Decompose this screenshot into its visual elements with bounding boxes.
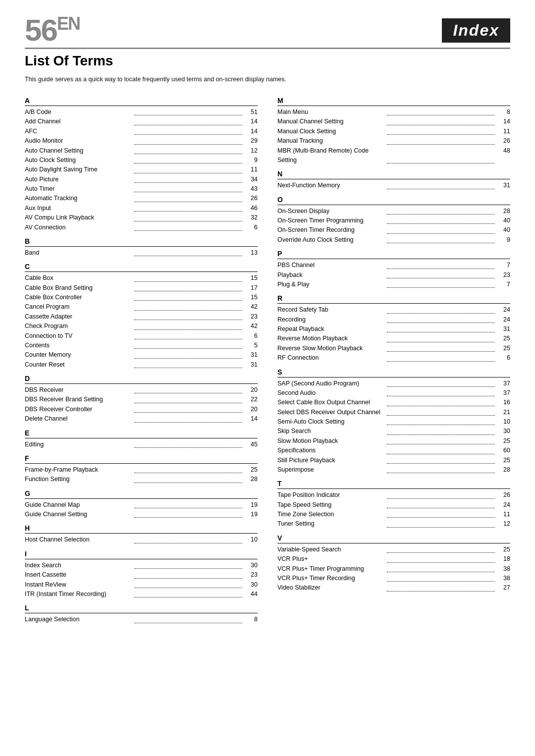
letter-heading: M	[277, 97, 510, 106]
entry-page: 24	[496, 500, 510, 510]
entry-dots	[134, 440, 242, 448]
page-suffix: EN	[57, 13, 80, 34]
entry-label: Host Channel Selection	[25, 535, 133, 544]
entry-label: Connection to TV	[25, 331, 133, 341]
list-item: Insert Cassette23	[25, 570, 258, 580]
entry-page: 51	[244, 108, 258, 117]
entry-label: Function Setting	[25, 475, 133, 484]
letter-heading: T	[277, 480, 510, 489]
list-item: Record Safety Tab24	[277, 305, 510, 315]
entry-label: Tuner Setting	[277, 519, 385, 529]
entry-page: 25	[496, 456, 510, 465]
list-item: A/B Code51	[25, 108, 258, 117]
page-number-digits: 56	[25, 13, 57, 47]
entry-dots	[387, 427, 495, 434]
entry-label: Next-Function Memory	[277, 181, 385, 190]
entry-page: 9	[244, 156, 258, 165]
entry-dots	[134, 405, 242, 413]
entry-dots	[134, 248, 242, 256]
letter-heading: S	[277, 368, 510, 378]
entry-page: 7	[496, 280, 510, 289]
entry-dots	[387, 108, 495, 115]
entry-label: Aux Input	[25, 204, 133, 213]
list-item: Connection to TV6	[25, 331, 258, 341]
entry-page: 20	[244, 405, 258, 414]
entry-dots	[134, 302, 242, 310]
letter-section-l: LLanguage Selection8	[25, 604, 258, 624]
entry-label: Check Program	[25, 322, 133, 331]
entry-dots	[134, 350, 242, 358]
list-item: Language Selection8	[25, 615, 258, 624]
entry-label: Tape Speed Setting	[277, 500, 385, 510]
list-item: Cassette Adapter23	[25, 312, 258, 322]
entry-label: Still Picture Playback	[277, 456, 385, 465]
entry-dots	[387, 417, 495, 425]
letter-heading: N	[277, 170, 510, 179]
letter-section-m: MMain Menu8Manual Channel Setting14Manua…	[277, 97, 510, 165]
entry-dots	[387, 261, 495, 269]
entry-page: 17	[244, 283, 258, 293]
entry-page: 12	[496, 519, 510, 529]
letter-heading: D	[25, 375, 258, 384]
entry-dots	[134, 283, 242, 291]
entry-page: 40	[496, 216, 510, 225]
entry-page: 32	[244, 213, 258, 222]
letter-section-p: PPBS Channel7Playback23Plug & Play7	[277, 250, 510, 289]
entry-label: Band	[25, 248, 133, 258]
list-item: Manual Clock Setting11	[277, 127, 510, 136]
entry-page: 14	[244, 414, 258, 424]
entry-label: RF Connection	[277, 353, 385, 363]
entry-page: 23	[244, 570, 258, 580]
entry-dots	[134, 465, 242, 473]
entry-dots	[134, 570, 242, 578]
list-item: On-Screen Timer Programming40	[277, 216, 510, 225]
letter-heading: B	[25, 237, 258, 247]
entry-dots	[387, 436, 495, 444]
entry-label: Reverse Slow Motion Playback	[277, 344, 385, 353]
list-item: Time Zone Selection11	[277, 510, 510, 519]
letter-section-o: OOn-Screen Display28On-Screen Timer Prog…	[277, 196, 510, 245]
entry-label: AV Connection	[25, 223, 133, 232]
list-item: Aux Input46	[25, 204, 258, 213]
entry-label: ITR (Instant Timer Recording)	[25, 590, 133, 599]
entry-dots	[387, 216, 495, 224]
entry-label: Manual Channel Setting	[277, 117, 385, 126]
entry-label: Slow Motion Playback	[277, 436, 385, 446]
entry-page: 37	[496, 388, 510, 398]
entry-dots	[387, 181, 495, 189]
entry-dots	[134, 580, 242, 588]
list-item: Playback23	[277, 270, 510, 280]
entry-label: Cassette Adapter	[25, 312, 133, 322]
list-item: Counter Memory31	[25, 350, 258, 360]
entry-dots	[387, 456, 495, 464]
letter-heading: E	[25, 429, 258, 438]
list-item: Index Search30	[25, 561, 258, 570]
entry-page: 6	[244, 331, 258, 341]
list-item: AV Connection6	[25, 223, 258, 232]
entry-page: 18	[496, 554, 510, 564]
letter-heading: V	[277, 534, 510, 543]
list-item: Variable-Speed Search25	[277, 545, 510, 554]
list-item: VCR Plus+18	[277, 554, 510, 564]
entry-dots	[387, 500, 495, 508]
entry-page: 13	[244, 248, 258, 258]
list-item: Plug & Play7	[277, 280, 510, 289]
list-item: Auto Channel Setting12	[25, 146, 258, 156]
entry-dots	[387, 117, 495, 125]
entry-page: 19	[244, 500, 258, 510]
entry-page: 48	[496, 146, 510, 165]
entry-dots	[387, 545, 495, 553]
list-item: Auto Timer43	[25, 184, 258, 194]
list-item: Second Audio37	[277, 388, 510, 398]
entry-label: Contents	[25, 341, 133, 350]
entry-page: 11	[496, 510, 510, 519]
entry-label: Automatic Tracking	[25, 194, 133, 203]
list-item: Tuner Setting12	[277, 519, 510, 529]
list-item: Select Cable Box Output Channel16	[277, 398, 510, 407]
list-item: Manual Channel Setting14	[277, 117, 510, 126]
entry-dots	[387, 388, 495, 396]
letter-heading: O	[277, 196, 510, 205]
entry-dots	[387, 379, 495, 387]
entry-dots	[387, 334, 495, 342]
letter-section-c: CCable Box15Cable Box Brand Setting17Cab…	[25, 263, 258, 370]
